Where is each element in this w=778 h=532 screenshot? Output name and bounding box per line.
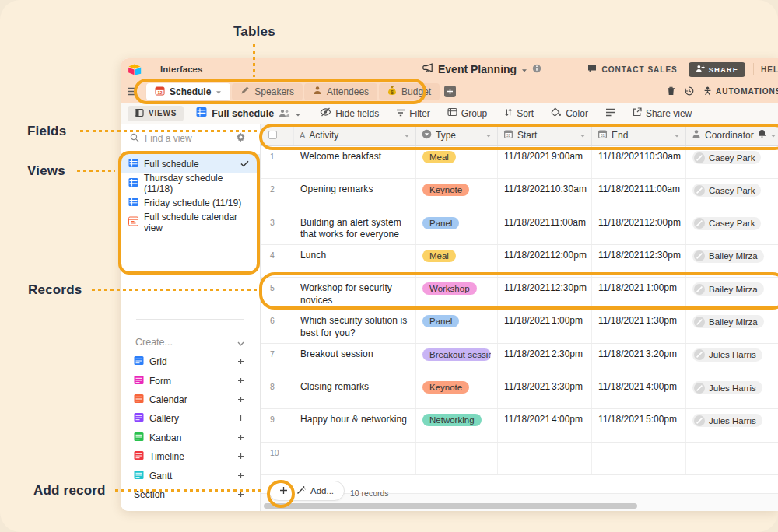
create-section-header[interactable]: Create... bbox=[121, 332, 260, 352]
cell-end[interactable] bbox=[592, 443, 686, 474]
cell-start[interactable]: 11/18/20214:00pm bbox=[498, 409, 592, 441]
cell-coordinator[interactable]: Casey Park bbox=[686, 146, 778, 178]
cell-type[interactable]: Panel bbox=[416, 212, 498, 244]
share-view-button[interactable]: Share view bbox=[633, 107, 692, 119]
field-header-type[interactable]: Type bbox=[416, 124, 498, 145]
create-item-kanban[interactable]: Kanban bbox=[121, 429, 260, 447]
cell-start[interactable]: 11/18/20213:30pm bbox=[498, 376, 592, 408]
view-item[interactable]: Thursday schedule (11/18) bbox=[121, 173, 260, 193]
cell-activity[interactable]: Lunch bbox=[294, 245, 416, 277]
base-name[interactable]: Event Planning bbox=[438, 63, 517, 75]
cell-type[interactable]: Panel bbox=[416, 310, 498, 342]
color-button[interactable]: Color bbox=[551, 107, 588, 119]
cell-start[interactable]: 11/18/20219:00am bbox=[498, 146, 592, 178]
cell-type[interactable]: Meal bbox=[416, 245, 498, 277]
field-header-coordinator[interactable]: Coordinator bbox=[686, 124, 778, 145]
cell-end[interactable]: 11/18/20211:30pm bbox=[592, 310, 686, 342]
info-icon[interactable] bbox=[532, 62, 541, 76]
views-toggle-button[interactable]: VIEWS bbox=[128, 106, 184, 121]
view-item[interactable]: Friday schedule (11/19) bbox=[121, 193, 260, 212]
cell-end[interactable]: 11/18/20215:00pm bbox=[592, 409, 686, 441]
create-item-timeline[interactable]: Timeline bbox=[121, 447, 260, 466]
cell-coordinator[interactable]: Jules Harris bbox=[686, 409, 778, 441]
select-all-checkbox[interactable] bbox=[268, 131, 277, 139]
cell-start[interactable]: 11/18/202110:30am bbox=[498, 179, 592, 211]
cell-end[interactable]: 11/18/20211:00pm bbox=[592, 278, 686, 310]
cell-type[interactable]: Workshop bbox=[416, 278, 498, 310]
plus-icon[interactable] bbox=[237, 376, 244, 387]
create-item-calendar[interactable]: Calendar bbox=[121, 390, 260, 409]
cell-end[interactable]: 11/18/202112:00pm bbox=[592, 212, 686, 244]
chevron-down-icon[interactable] bbox=[485, 130, 492, 141]
chevron-down-icon[interactable] bbox=[580, 130, 586, 141]
cell-coordinator[interactable]: Bailey Mirza bbox=[686, 310, 778, 342]
cell-type[interactable]: Keynote bbox=[416, 376, 498, 408]
plus-icon[interactable] bbox=[237, 394, 244, 405]
cell-type[interactable]: Networking bbox=[416, 409, 498, 441]
current-view-button[interactable]: Full schedule bbox=[196, 107, 301, 121]
plus-icon[interactable] bbox=[237, 413, 244, 424]
create-item-grid[interactable]: Grid bbox=[121, 352, 260, 371]
cell-type[interactable]: Breakout session bbox=[416, 344, 498, 376]
cell-coordinator[interactable] bbox=[686, 443, 778, 474]
chevron-down-icon[interactable] bbox=[770, 130, 776, 141]
plus-icon[interactable] bbox=[237, 471, 244, 481]
cell-activity[interactable]: Happy hour & networking bbox=[294, 409, 416, 441]
cell-activity[interactable]: Building an alert system that works for … bbox=[294, 212, 416, 244]
group-button[interactable]: Group bbox=[447, 107, 487, 119]
cell-coordinator[interactable]: Jules Harris bbox=[686, 376, 778, 408]
cell-coordinator[interactable]: Casey Park bbox=[686, 212, 778, 244]
cell-type[interactable] bbox=[416, 443, 498, 474]
contact-sales-button[interactable]: CONTACT SALES bbox=[587, 65, 677, 75]
cell-end[interactable]: 11/18/202112:30pm bbox=[592, 245, 686, 277]
horizontal-scrollbar[interactable] bbox=[264, 503, 637, 509]
cell-start[interactable]: 11/18/20211:00pm bbox=[498, 310, 592, 342]
cell-activity[interactable]: Welcome breakfast bbox=[294, 146, 416, 178]
chevron-down-icon[interactable] bbox=[404, 130, 410, 141]
cell-activity[interactable]: Closing remarks bbox=[294, 376, 416, 408]
cell-coordinator[interactable]: Casey Park bbox=[686, 179, 778, 211]
row-height-button[interactable] bbox=[605, 108, 615, 119]
add-table-button[interactable] bbox=[444, 86, 456, 97]
create-item-gantt[interactable]: Gantt bbox=[121, 466, 260, 485]
filter-button[interactable]: Filter bbox=[396, 108, 430, 119]
help-button[interactable]: HELP bbox=[761, 65, 778, 74]
cell-start[interactable]: 11/18/202111:00am bbox=[498, 212, 592, 244]
cell-activity[interactable]: Breakout session bbox=[294, 344, 416, 376]
gear-icon[interactable] bbox=[236, 131, 246, 145]
cell-end[interactable]: 11/18/20213:20pm bbox=[592, 344, 686, 376]
interfaces-label[interactable]: Interfaces bbox=[160, 65, 202, 74]
chevron-down-icon[interactable] bbox=[216, 86, 222, 97]
chevron-down-icon[interactable] bbox=[521, 62, 527, 76]
cell-activity[interactable]: Workshop for security novices bbox=[294, 278, 416, 310]
select-all-cell[interactable] bbox=[261, 124, 294, 145]
create-item-section[interactable]: Section bbox=[121, 485, 260, 504]
plus-icon[interactable] bbox=[237, 356, 244, 367]
cell-start[interactable]: 11/18/202112:00pm bbox=[498, 245, 592, 277]
automations-button[interactable]: AUTOMATIONS bbox=[703, 86, 778, 97]
tab-speakers[interactable]: Speakers bbox=[232, 83, 303, 100]
view-item[interactable]: Full schedule bbox=[121, 154, 260, 173]
trash-icon[interactable] bbox=[667, 85, 675, 99]
field-header-activity[interactable]: A Activity bbox=[294, 124, 416, 145]
cell-type[interactable]: Meal bbox=[416, 146, 498, 178]
airtable-logo-icon[interactable] bbox=[128, 64, 142, 75]
hide-fields-button[interactable]: Hide fields bbox=[320, 107, 379, 119]
cell-activity[interactable]: Which security solution is best for you? bbox=[294, 310, 416, 342]
field-header-start[interactable]: 31 Start bbox=[498, 124, 592, 145]
cell-coordinator[interactable]: Bailey Mirza bbox=[686, 278, 778, 310]
cell-end[interactable]: 11/18/20214:00pm bbox=[592, 376, 686, 408]
cell-end[interactable]: 11/18/202110:30am bbox=[592, 146, 686, 178]
cell-activity[interactable]: Opening remarks bbox=[294, 179, 416, 211]
plus-icon[interactable] bbox=[237, 451, 244, 462]
cell-activity[interactable] bbox=[294, 443, 416, 474]
cell-end[interactable]: 11/18/202111:00am bbox=[592, 179, 686, 211]
tab-schedule[interactable]: 12Schedule bbox=[146, 83, 230, 100]
cell-start[interactable]: 11/18/20212:30pm bbox=[498, 344, 592, 376]
create-item-gallery[interactable]: Gallery bbox=[121, 409, 260, 428]
add-record-button[interactable] bbox=[279, 484, 288, 498]
hamburger-menu-icon[interactable] bbox=[128, 85, 138, 99]
create-item-form[interactable]: Form bbox=[121, 371, 260, 390]
find-view-search[interactable]: Find a view bbox=[121, 124, 260, 152]
tab-attendees[interactable]: Attendees bbox=[304, 83, 377, 100]
